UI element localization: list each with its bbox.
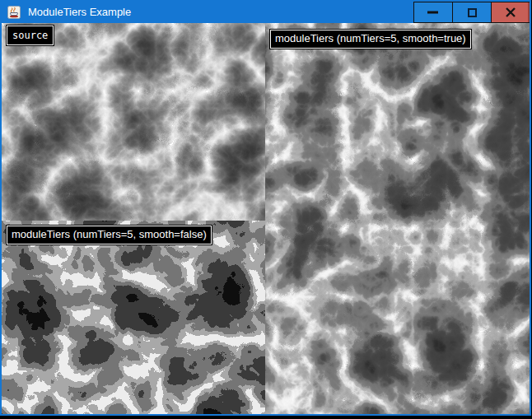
tiers-smooth-noise-image — [265, 23, 530, 414]
java-app-icon — [7, 6, 21, 19]
minimize-button[interactable] — [413, 2, 452, 23]
titlebar[interactable]: ModuleTiers Example — [2, 2, 530, 23]
label-tiers-hard: moduleTiers (numTiers=5, smooth=false) — [7, 226, 212, 244]
tiers-hard-noise-image — [2, 221, 265, 414]
source-noise-image — [2, 23, 265, 221]
window-title: ModuleTiers Example — [28, 2, 131, 23]
label-tiers-smooth: moduleTiers (numTiers=5, smooth=true) — [270, 30, 471, 49]
close-icon — [506, 7, 516, 17]
maximize-button[interactable] — [452, 2, 491, 23]
label-source: source — [7, 26, 54, 45]
app-window: ModuleTiers Example — [0, 0, 531, 416]
maximize-icon — [468, 8, 477, 17]
window-controls — [413, 2, 530, 23]
noise-render-stage — [2, 23, 530, 414]
close-button[interactable] — [491, 2, 530, 23]
minimize-icon — [427, 11, 439, 14]
desktop: { "window": { "title": "ModuleTiers Exam… — [0, 0, 532, 419]
canvas-area: source moduleTiers (numTiers=5, smooth=t… — [2, 23, 530, 414]
